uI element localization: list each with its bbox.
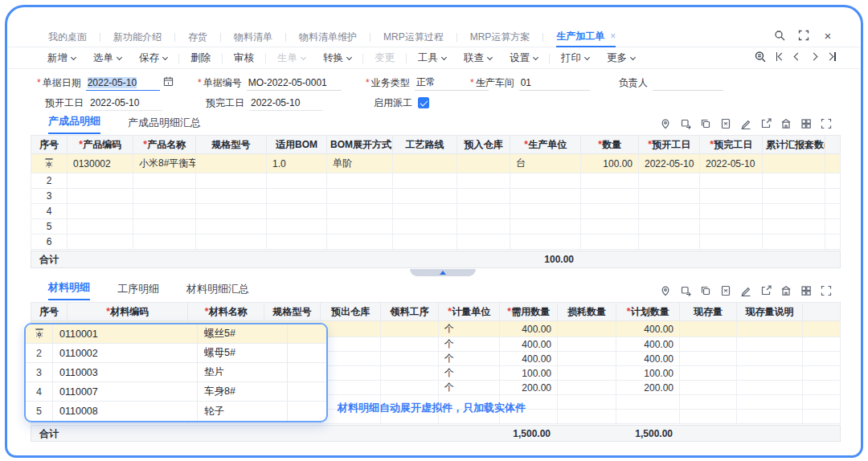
col-spec[interactable]: 规格型号 [264, 303, 321, 321]
cell-product-code[interactable]: 0130002 [68, 154, 133, 173]
doc-no-field[interactable]: MO-2022-05-0001 [247, 75, 342, 91]
cell-need-qty[interactable]: 200.00 [500, 381, 558, 395]
batch-edit-icon[interactable] [739, 117, 752, 130]
row-gear-cell[interactable] [31, 154, 68, 173]
copy-insert-icon[interactable] [679, 284, 692, 297]
copy-icon[interactable] [699, 284, 712, 297]
col-cum-report[interactable]: 累计汇报套数(... [763, 136, 825, 154]
cell-qty[interactable]: 100.00 [581, 154, 639, 173]
add-button[interactable]: 新增 [47, 51, 76, 65]
calendar-icon[interactable] [163, 75, 174, 90]
copy-icon[interactable] [699, 117, 712, 130]
cell-cum-report[interactable] [763, 154, 825, 173]
search-icon[interactable] [773, 29, 786, 42]
cell-need-qty[interactable]: 400.00 [500, 352, 558, 366]
col-bom[interactable]: 适用BOM [267, 136, 327, 154]
col-unit[interactable]: 生产单位 [510, 136, 581, 154]
panel-splitter-handle[interactable] [410, 269, 476, 276]
tab-process-detail[interactable]: 工序明细 [117, 282, 159, 300]
cell-unit[interactable]: 个 [439, 337, 500, 352]
tools-button[interactable]: 工具 [418, 51, 446, 65]
col-out-warehouse[interactable]: 预出仓库 [321, 303, 381, 321]
col-measure-unit[interactable]: 计量单位 [439, 303, 500, 321]
change-button[interactable]: 变更 [375, 51, 395, 65]
tab-production-order[interactable]: 生产加工单 × [556, 27, 616, 47]
col-stock-note[interactable]: 现存量说明 [737, 303, 803, 321]
locate-icon[interactable] [659, 117, 672, 130]
list-browse-icon[interactable] [754, 51, 766, 62]
col-seq[interactable]: 序号 [31, 303, 68, 321]
product-row-empty[interactable]: 4 [31, 204, 841, 219]
cell-route[interactable] [393, 154, 457, 173]
locate-icon[interactable] [659, 284, 672, 297]
workshop-field[interactable]: 01 [519, 75, 590, 91]
cell-bom[interactable]: 1.0 [267, 154, 327, 173]
save-button[interactable]: 保存 [139, 51, 167, 65]
cell-plan-qty[interactable]: 400.00 [616, 337, 680, 352]
cell-bom-mode[interactable]: 单阶 [327, 154, 393, 173]
tab-product-detail[interactable]: 产成品明细 [48, 114, 100, 134]
maximize-icon[interactable] [820, 284, 833, 297]
col-loss-qty[interactable]: 损耗数量 [558, 303, 616, 321]
cell-loss-qty[interactable] [558, 321, 616, 337]
cell-need-qty[interactable]: 400.00 [500, 321, 558, 337]
cell-unit[interactable]: 台 [510, 154, 581, 173]
cell-unit[interactable]: 个 [439, 321, 500, 337]
close-icon[interactable]: × [821, 29, 834, 42]
linked-query-button[interactable]: 联查 [464, 51, 492, 65]
tab-mrp-plan[interactable]: MRP运算方案 [470, 27, 530, 47]
callout-row[interactable]: 4 0110007 车身8# [26, 382, 326, 402]
col-material-code[interactable]: 材料编码 [68, 303, 188, 321]
callout-row[interactable]: 3 0110003 垫片 [26, 363, 326, 382]
callout-row[interactable]: 0110001 螺丝5# [26, 324, 326, 344]
row-gear-cell[interactable] [26, 324, 53, 343]
convert-button[interactable]: 转换 [323, 51, 351, 65]
callout-row[interactable]: 2 0110002 螺母5# [26, 344, 326, 363]
cell-start-date[interactable]: 2022-05-10 [639, 154, 700, 173]
col-stock-qty[interactable]: 现存量 [680, 303, 737, 321]
col-need-qty[interactable]: 需用数量 [500, 303, 558, 321]
product-row-empty[interactable]: 2 [31, 173, 841, 189]
col-start-date[interactable]: 预开工日 [639, 136, 700, 154]
tab-bom[interactable]: 物料清单 [234, 27, 272, 47]
tab-mrp-process[interactable]: MRP运算过程 [383, 27, 444, 47]
col-spec[interactable]: 规格型号 [196, 136, 267, 154]
col-pick-process[interactable]: 领料工序 [381, 303, 439, 321]
col-plan-qty[interactable]: 计划数量 [616, 303, 680, 321]
col-seq[interactable]: 序号 [31, 136, 68, 154]
col-product-name[interactable]: 产品名称 [133, 136, 196, 154]
settings-button[interactable]: 设置 [510, 51, 538, 65]
manager-field[interactable] [653, 75, 723, 91]
product-row-empty[interactable]: 5 [31, 219, 841, 235]
more-button[interactable]: 更多 [607, 51, 635, 65]
cell-plan-qty[interactable]: 400.00 [616, 321, 680, 337]
cell-need-qty[interactable]: 400.00 [500, 337, 558, 352]
print-button[interactable]: 打印 [561, 51, 589, 65]
col-in-warehouse[interactable]: 预入仓库 [457, 136, 510, 154]
cell-unit[interactable]: 个 [439, 352, 500, 366]
doc-export-icon[interactable] [719, 284, 732, 297]
row-settings-icon[interactable] [37, 158, 61, 169]
select-order-button[interactable]: 选单 [93, 51, 121, 65]
cell-unit[interactable]: 个 [439, 381, 500, 395]
first-page-icon[interactable] [776, 51, 785, 62]
tab-product-summary[interactable]: 产成品明细汇总 [128, 116, 201, 134]
tab-inventory[interactable]: 存货 [188, 27, 207, 47]
cell-plan-qty[interactable]: 400.00 [616, 352, 680, 366]
enable-dispatch-checkbox[interactable] [418, 97, 429, 108]
delete-button[interactable]: 删除 [190, 51, 211, 65]
tab-bom-maintain[interactable]: 物料清单维护 [299, 27, 357, 47]
cell-plan-qty[interactable]: 200.00 [616, 381, 680, 395]
cell-in-warehouse[interactable] [457, 154, 510, 173]
generate-order-button[interactable]: 生单 [277, 51, 305, 65]
layout-icon[interactable] [800, 284, 813, 297]
cell-plan-qty[interactable]: 100.00 [616, 366, 680, 381]
share-out-icon[interactable] [760, 284, 772, 297]
prev-page-icon[interactable] [795, 51, 800, 62]
col-route[interactable]: 工艺路线 [393, 136, 457, 154]
col-product-code[interactable]: 产品编码 [68, 136, 133, 154]
doc-date-field[interactable]: 2022-05-10 [86, 75, 160, 91]
callout-row[interactable]: 5 0110008 轮子 [26, 402, 326, 421]
maximize-icon[interactable] [820, 117, 833, 130]
product-row-empty[interactable]: 3 [31, 189, 841, 204]
